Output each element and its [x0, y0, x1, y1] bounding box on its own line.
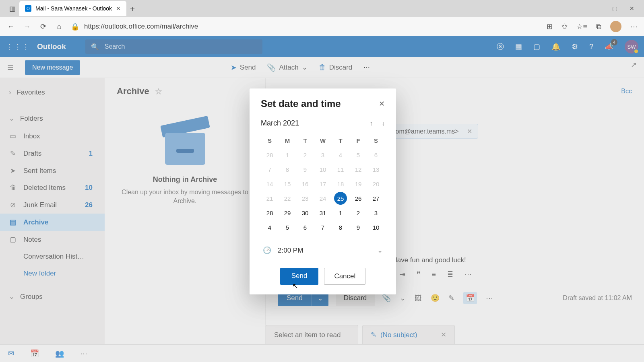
- back-icon[interactable]: ←: [6, 23, 15, 31]
- address-bar[interactable]: 🔒 https://outlook.office.com/mail/archiv…: [71, 23, 539, 31]
- calendar-day[interactable]: 3: [314, 148, 332, 162]
- calendar-day[interactable]: 2: [349, 206, 367, 220]
- calendar-day[interactable]: 27: [367, 191, 385, 206]
- close-tab-icon[interactable]: ✕: [116, 5, 121, 12]
- calendar-day[interactable]: 1: [332, 206, 349, 220]
- calendar-day[interactable]: 1: [279, 148, 296, 162]
- favorite-icon[interactable]: ✩: [561, 22, 568, 31]
- calendar-day[interactable]: 8: [332, 220, 349, 234]
- calendar-day[interactable]: 28: [261, 206, 279, 220]
- calendar-day[interactable]: 6: [296, 220, 314, 234]
- calendar-day[interactable]: 10: [367, 220, 385, 234]
- calendar-day[interactable]: 5: [279, 220, 296, 234]
- calendar-day[interactable]: 22: [279, 191, 296, 206]
- calendar-dow: F: [349, 133, 367, 148]
- refresh-icon[interactable]: ⟳: [39, 22, 47, 31]
- calendar-day[interactable]: 21: [261, 191, 279, 206]
- url-text: https://outlook.office.com/mail/archive: [84, 23, 198, 31]
- prev-month-icon[interactable]: ↑: [369, 120, 373, 127]
- address-bar-row: ← → ⟳ ⌂ 🔒 https://outlook.office.com/mai…: [0, 17, 644, 36]
- calendar-day[interactable]: 23: [296, 191, 314, 206]
- calendar-day[interactable]: 14: [261, 177, 279, 191]
- calendar-day[interactable]: 7: [314, 220, 332, 234]
- calendar-day[interactable]: 7: [261, 162, 279, 177]
- calendar-day[interactable]: 11: [332, 162, 349, 177]
- dialog-close-icon[interactable]: ✕: [379, 99, 385, 108]
- extensions-icon[interactable]: ⊞: [547, 22, 553, 31]
- collections-icon[interactable]: ⧉: [596, 23, 601, 31]
- outlook-favicon-icon: O: [25, 5, 31, 12]
- menu-icon[interactable]: ⋯: [630, 22, 638, 31]
- calendar-day[interactable]: 17: [314, 177, 332, 191]
- window-close-icon[interactable]: ✕: [630, 5, 634, 12]
- calendar-day[interactable]: 20: [367, 177, 385, 191]
- dialog-cancel-button[interactable]: Cancel: [324, 268, 365, 285]
- calendar-dow: W: [314, 133, 332, 148]
- calendar-day[interactable]: 29: [279, 206, 296, 220]
- calendar-day[interactable]: 3: [367, 206, 385, 220]
- calendar-day[interactable]: 4: [261, 220, 279, 234]
- dialog-title: Set date and time: [261, 98, 341, 109]
- chevron-down-icon: ⌄: [377, 246, 383, 255]
- next-month-icon[interactable]: ↓: [382, 120, 385, 127]
- calendar-day[interactable]: 10: [314, 162, 332, 177]
- browser-chrome: ▥ O Mail - Sara Wanasek - Outlook ✕ ＋ — …: [0, 0, 644, 36]
- tab-strip: ▥ O Mail - Sara Wanasek - Outlook ✕ ＋ — …: [0, 0, 644, 17]
- calendar-day[interactable]: 28: [261, 148, 279, 162]
- calendar-day[interactable]: 30: [296, 206, 314, 220]
- tab-title: Mail - Sara Wanasek - Outlook: [35, 5, 112, 12]
- calendar-day[interactable]: 26: [349, 191, 367, 206]
- calendar-day[interactable]: 12: [349, 162, 367, 177]
- time-value: 2:00 PM: [278, 247, 303, 255]
- tab-actions-icon[interactable]: ▥: [5, 1, 19, 16]
- calendar-day[interactable]: 2: [296, 148, 314, 162]
- dialog-send-button[interactable]: Send: [280, 268, 319, 285]
- clock-icon: 🕑: [263, 246, 271, 255]
- calendar-day[interactable]: 6: [367, 148, 385, 162]
- time-picker[interactable]: 🕑 2:00 PM ⌄: [261, 243, 385, 257]
- favorites-bar-icon[interactable]: ☆≡: [576, 22, 587, 31]
- calendar-day-selected[interactable]: 25: [334, 192, 347, 205]
- browser-tab[interactable]: O Mail - Sara Wanasek - Outlook ✕: [19, 1, 126, 16]
- calendar-dow: S: [367, 133, 385, 148]
- calendar-dow: T: [296, 133, 314, 148]
- lock-icon: 🔒: [71, 23, 79, 31]
- calendar-month: March 2021: [261, 119, 299, 128]
- calendar-day[interactable]: 19: [349, 177, 367, 191]
- calendar-day[interactable]: 13: [367, 162, 385, 177]
- calendar-day[interactable]: 4: [332, 148, 349, 162]
- calendar-day[interactable]: 16: [296, 177, 314, 191]
- calendar-day[interactable]: 24: [314, 191, 332, 206]
- calendar-dow: T: [332, 133, 349, 148]
- calendar-day[interactable]: 9: [296, 162, 314, 177]
- home-icon[interactable]: ⌂: [55, 23, 64, 31]
- forward-icon: →: [23, 23, 31, 31]
- calendar-day[interactable]: 9: [349, 220, 367, 234]
- calendar-dow: S: [261, 133, 279, 148]
- calendar-day[interactable]: 15: [279, 177, 296, 191]
- window-minimize-icon[interactable]: —: [594, 5, 600, 12]
- window-maximize-icon[interactable]: ▢: [612, 5, 617, 12]
- calendar-day[interactable]: 31: [314, 206, 332, 220]
- calendar-grid: SMTWTFS 28123456789101112131415161718192…: [261, 133, 385, 234]
- calendar-day[interactable]: 5: [349, 148, 367, 162]
- calendar-day[interactable]: 18: [332, 177, 349, 191]
- calendar-dow: M: [279, 133, 296, 148]
- profile-avatar-icon[interactable]: [610, 21, 621, 32]
- new-tab-button[interactable]: ＋: [126, 3, 138, 14]
- calendar-day[interactable]: 8: [279, 162, 296, 177]
- schedule-dialog: Set date and time ✕ March 2021 ↑ ↓ SMTWT…: [250, 88, 396, 294]
